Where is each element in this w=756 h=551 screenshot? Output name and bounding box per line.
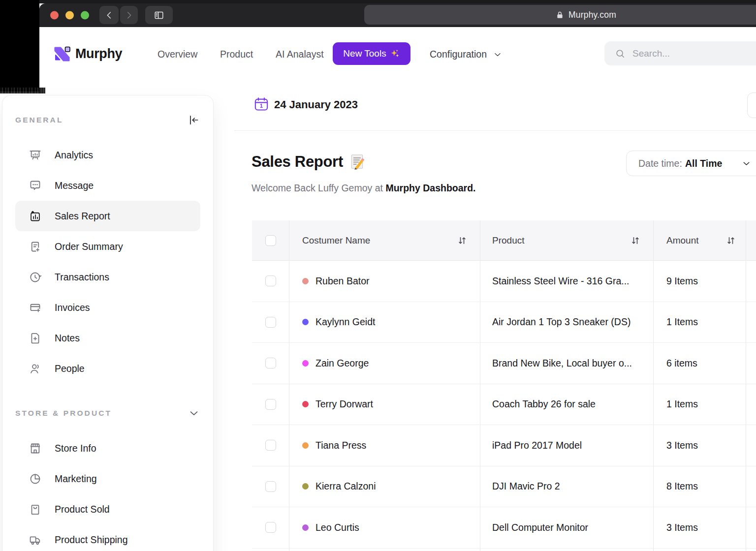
- app-window: Murphy.com Murphy Overview Product AI An…: [0, 0, 756, 551]
- close-window-button[interactable]: [50, 11, 59, 20]
- sidebar: GENERAL Analytics Message Sales Report O…: [2, 95, 214, 551]
- amount-value: 9 Items: [666, 276, 698, 287]
- zoom-window-button[interactable]: [81, 11, 89, 20]
- row-checkbox[interactable]: [265, 481, 276, 492]
- product-name: Air Jordan 1 Top 3 Sneaker (DS): [492, 316, 630, 328]
- people-icon: [29, 362, 42, 375]
- customer-color-dot: [302, 360, 309, 367]
- column-divider: [289, 220, 289, 551]
- invoices-icon: [29, 301, 42, 314]
- table-row[interactable]: Tiana Press iPad Pro 2017 Model 3 Items: [252, 425, 756, 466]
- amount-value: 1 Items: [666, 316, 698, 328]
- column-divider: [653, 220, 654, 551]
- message-icon: [29, 179, 42, 192]
- browser-sidebar-toggle-button[interactable]: [145, 6, 173, 24]
- row-checkbox[interactable]: [265, 440, 276, 451]
- page-title: Sales Report: [252, 153, 343, 171]
- chevron-down-icon: [493, 50, 503, 60]
- new-tools-button[interactable]: New Tools: [333, 42, 410, 65]
- sidebar-item-transactions[interactable]: Transactions: [15, 262, 200, 292]
- customer-name: Zain George: [315, 358, 369, 369]
- sidebar-item-sales-report[interactable]: Sales Report: [15, 201, 200, 231]
- table-row[interactable]: Ruben Bator Stainless Steel Wire - 316 G…: [252, 261, 756, 302]
- sales-table: Costumer Name Product Amount Ruben Bator…: [252, 220, 756, 551]
- nav-ai-analayst[interactable]: AI Analayst: [276, 49, 324, 60]
- configuration-menu[interactable]: Configuration: [430, 49, 503, 60]
- customer-name: Ruben Bator: [315, 276, 370, 287]
- amount-value: 3 Items: [666, 522, 698, 533]
- product-sold-icon: [29, 503, 42, 516]
- calendar-icon: 1: [253, 96, 269, 112]
- amount-value: 3 Items: [666, 440, 698, 451]
- search-icon: [615, 48, 626, 59]
- table-row[interactable]: Leo Curtis Dell Computer Monitor 3 Items: [252, 507, 756, 549]
- table-row[interactable]: Kaylynn Geidt Air Jordan 1 Top 3 Sneaker…: [252, 302, 756, 343]
- customer-name: Tiana Press: [315, 440, 366, 451]
- desktop-background: [0, 0, 39, 92]
- welcome-text: Welcome Back Luffy Gemoy at Murphy Dashb…: [252, 183, 476, 194]
- sidebar-item-analytics[interactable]: Analytics: [15, 140, 200, 170]
- sidebar-item-people[interactable]: People: [15, 353, 200, 384]
- product-name: Dell Computer Monitor: [492, 522, 588, 533]
- window-top-edge: [39, 0, 756, 3]
- divider: [234, 130, 756, 131]
- chevron-down-icon[interactable]: [188, 407, 200, 420]
- collapse-sidebar-icon[interactable]: [188, 114, 200, 126]
- sort-icon[interactable]: [630, 236, 640, 245]
- row-checkbox[interactable]: [265, 276, 276, 286]
- brand-name: Murphy: [75, 46, 122, 61]
- order-summary-icon: [29, 240, 42, 253]
- customer-color-dot: [302, 483, 309, 490]
- marketing-icon: [29, 472, 42, 486]
- sidebar-item-message[interactable]: Message: [15, 170, 200, 201]
- column-header-costumer-name: Costumer Name: [302, 235, 370, 246]
- sidebar-section-store-product: STORE & PRODUCT: [15, 403, 200, 423]
- table-row[interactable]: Kierra Calzoni DJI Mavic Pro 2 8 Items: [252, 466, 756, 508]
- search-input[interactable]: [632, 48, 731, 59]
- address-bar[interactable]: Murphy.com: [364, 5, 756, 25]
- url-text: Murphy.com: [568, 10, 616, 20]
- date-time-filter-dropdown[interactable]: Date time: All Time: [626, 151, 756, 176]
- product-name: iPad Pro 2017 Model: [492, 440, 582, 451]
- transactions-icon: [29, 271, 42, 284]
- search-box[interactable]: [604, 41, 756, 65]
- browser-titlebar: Murphy.com: [39, 3, 756, 27]
- select-all-checkbox[interactable]: [265, 235, 276, 246]
- sidebar-item-product-shipping[interactable]: Product Shipping: [15, 524, 200, 551]
- customer-color-dot: [302, 401, 309, 407]
- sidebar-item-marketing[interactable]: Marketing: [15, 463, 200, 494]
- column-header-product: Product: [492, 235, 524, 246]
- row-checkbox[interactable]: [265, 522, 276, 533]
- sidebar-item-order-summary[interactable]: Order Summary: [15, 231, 200, 262]
- minimize-window-button[interactable]: [65, 11, 74, 20]
- sort-icon[interactable]: [726, 236, 736, 245]
- amount-value: 8 Items: [666, 481, 698, 492]
- table-row[interactable]: Zain George Brand New Bike, Local buyer …: [252, 343, 756, 384]
- row-checkbox[interactable]: [265, 399, 276, 410]
- nav-overview[interactable]: Overview: [158, 49, 197, 60]
- customer-name: Kaylynn Geidt: [315, 316, 375, 328]
- amount-value: 1 Items: [666, 398, 698, 410]
- browser-back-button[interactable]: [99, 6, 119, 24]
- row-checkbox[interactable]: [265, 317, 276, 328]
- product-shipping-icon: [29, 533, 42, 547]
- sidebar-item-store-info[interactable]: Store Info: [15, 433, 200, 463]
- nav-product[interactable]: Product: [220, 49, 253, 60]
- sort-icon[interactable]: [457, 236, 467, 245]
- browser-forward-button[interactable]: [120, 6, 138, 24]
- customer-color-dot: [302, 278, 309, 284]
- current-date: 24 January 2023: [274, 98, 358, 111]
- table-row[interactable]: Terry Dorwart Coach Tabby 26 for sale 1 …: [252, 384, 756, 426]
- sparkles-icon: [390, 48, 400, 59]
- sidebar-item-notes[interactable]: Notes: [15, 323, 200, 353]
- sales-report-icon: [29, 210, 42, 223]
- row-checkbox[interactable]: [265, 358, 276, 368]
- sidebar-item-invoices[interactable]: Invoices: [15, 292, 200, 323]
- column-divider: [746, 220, 746, 551]
- cutoff-action-button[interactable]: [747, 92, 756, 118]
- sidebar-section-general: GENERAL: [15, 110, 200, 130]
- product-name: DJI Mavic Pro 2: [492, 481, 560, 492]
- notes-icon: [29, 332, 42, 345]
- table-header-row: Costumer Name Product Amount: [252, 220, 756, 261]
- sidebar-item-product-sold[interactable]: Product Sold: [15, 494, 200, 524]
